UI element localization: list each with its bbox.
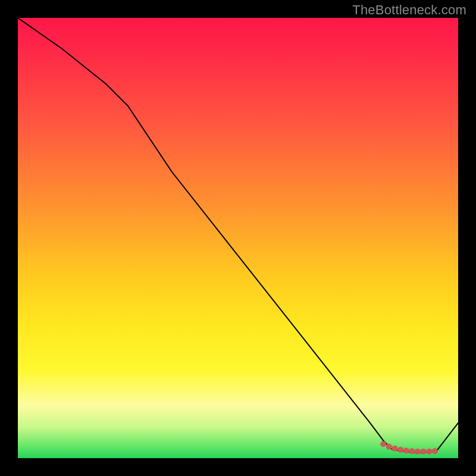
overlay-svg — [18, 18, 458, 458]
marker-dot — [403, 447, 409, 453]
marker-dot — [409, 448, 415, 454]
plot-area — [18, 18, 458, 458]
marker-dot — [421, 449, 427, 455]
black-curve — [18, 18, 458, 452]
chart-stage: TheBottleneck.com — [0, 0, 476, 476]
marker-dot — [426, 449, 432, 455]
marker-dot — [432, 448, 438, 454]
marker-dot — [415, 449, 421, 455]
marker-dot — [386, 444, 392, 450]
marker-dot — [397, 447, 403, 453]
watermark-text: TheBottleneck.com — [352, 2, 466, 18]
marker-dot — [380, 441, 386, 447]
marker-dot — [392, 446, 397, 452]
